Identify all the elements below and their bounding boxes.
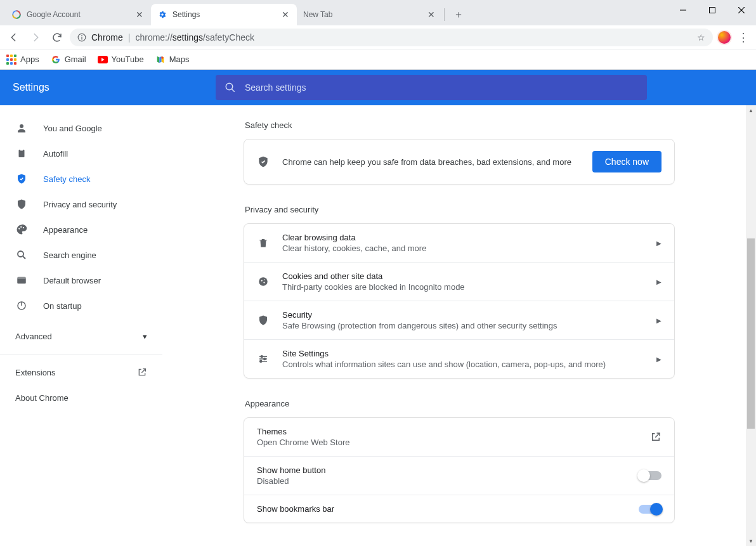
search-icon [15, 249, 28, 261]
palette-icon [15, 223, 28, 236]
new-tab-button[interactable]: ＋ [450, 6, 467, 23]
section-title-appearance: Appearance [245, 399, 675, 408]
scrollbar-thumb[interactable] [747, 238, 755, 429]
row-show-bookmarks-bar[interactable]: Show bookmarks bar [244, 495, 674, 523]
tab-google-account[interactable]: Google Account ✕ [5, 4, 151, 25]
check-now-button[interactable]: Check now [592, 151, 662, 172]
minimize-button[interactable] [668, 0, 698, 20]
url-text: chrome://settings/safetyCheck [135, 32, 254, 42]
tab-title: New Tab [303, 10, 421, 19]
bookmark-label: YouTube [112, 55, 144, 64]
svg-rect-13 [19, 150, 25, 157]
sidebar-label: Autofill [43, 149, 68, 159]
svg-point-25 [261, 280, 263, 281]
close-icon[interactable]: ✕ [134, 10, 145, 20]
trash-icon [257, 237, 270, 249]
back-button[interactable] [5, 29, 23, 46]
row-site-settings[interactable]: Site Settings Controls what information … [244, 339, 674, 378]
person-icon [15, 122, 28, 134]
sidebar-item-default-browser[interactable]: Default browser [0, 268, 162, 293]
row-security[interactable]: Security Safe Browsing (protection from … [244, 301, 674, 339]
settings-content: You and Google Autofill Safety check Pri… [0, 105, 756, 546]
maps-bookmark[interactable]: Maps [155, 55, 190, 65]
reload-button[interactable] [48, 29, 66, 46]
bookmark-star-icon[interactable]: ☆ [697, 32, 705, 42]
gmail-bookmark[interactable]: Gmail [51, 55, 86, 65]
tab-settings[interactable]: Settings ✕ [151, 4, 297, 25]
close-icon[interactable]: ✕ [280, 10, 290, 20]
svg-point-10 [226, 83, 233, 90]
row-title: Cookies and other site data [282, 271, 644, 281]
row-title: Site Settings [282, 349, 644, 358]
svg-point-27 [264, 279, 266, 280]
kebab-menu-icon[interactable]: ⋮ [736, 30, 751, 44]
apps-shortcut[interactable]: Apps [6, 55, 39, 65]
bookmarks-bar-toggle[interactable] [639, 505, 662, 514]
sidebar-extensions-link[interactable]: Extensions [0, 360, 162, 385]
svg-point-17 [23, 227, 24, 228]
settings-header: Settings [0, 70, 756, 105]
row-sub: Safe Browsing (protection from dangerous… [282, 321, 644, 330]
sidebar-advanced-toggle[interactable]: Advanced ▾ [0, 323, 162, 349]
bookmark-label: Gmail [65, 55, 86, 64]
appearance-card: Themes Open Chrome Web Store Show home b… [244, 417, 675, 523]
site-info-icon[interactable] [77, 33, 86, 42]
sidebar-item-you-and-google[interactable]: You and Google [0, 115, 162, 141]
open-external-icon [137, 367, 147, 377]
row-themes[interactable]: Themes Open Chrome Web Store [244, 418, 674, 456]
sidebar-label: Privacy and security [43, 200, 117, 209]
power-icon [15, 299, 28, 312]
search-icon [225, 82, 236, 93]
browser-icon [15, 274, 28, 287]
google-favicon-icon [11, 10, 22, 20]
search-settings-box[interactable] [216, 75, 647, 100]
google-g-icon [51, 55, 61, 65]
sidebar-about-link[interactable]: About Chrome [0, 385, 162, 410]
scroll-down-icon[interactable]: ▼ [746, 536, 756, 546]
svg-line-19 [23, 256, 25, 259]
row-clear-browsing-data[interactable]: Clear browsing data Clear history, cooki… [244, 224, 674, 262]
home-button-toggle[interactable] [639, 471, 662, 480]
profile-avatar[interactable] [717, 30, 732, 45]
scroll-up-icon[interactable]: ▲ [746, 105, 756, 115]
svg-point-12 [20, 124, 23, 128]
sidebar-item-search-engine[interactable]: Search engine [0, 242, 162, 268]
svg-point-9 [161, 56, 163, 59]
sidebar-item-autofill[interactable]: Autofill [0, 141, 162, 166]
settings-main: Safety check Chrome can help keep you sa… [162, 105, 756, 546]
safety-desc: Chrome can help keep you safe from data … [282, 157, 580, 167]
row-cookies[interactable]: Cookies and other site data Third-party … [244, 262, 674, 301]
row-title: Clear browsing data [282, 233, 644, 242]
browser-titlebar: Google Account ✕ Settings ✕ New Tab ✕ ＋ [0, 0, 756, 25]
search-settings-input[interactable] [245, 82, 638, 93]
forward-button[interactable] [27, 29, 44, 46]
close-window-button[interactable] [727, 0, 756, 20]
youtube-bookmark[interactable]: YouTube [98, 55, 144, 65]
sidebar-item-privacy-security[interactable]: Privacy and security [0, 192, 162, 217]
row-show-home-button[interactable]: Show home button Disabled [244, 456, 674, 495]
svg-rect-7 [81, 36, 82, 39]
svg-point-29 [261, 356, 263, 358]
row-sub: Controls what information sites can use … [282, 360, 644, 369]
sidebar-label: Default browser [43, 276, 101, 285]
address-bar[interactable]: Chrome | chrome://settings/safetyCheck ☆ [70, 29, 713, 46]
close-icon[interactable]: ✕ [426, 10, 436, 20]
svg-line-11 [231, 89, 235, 92]
chevron-down-icon: ▾ [143, 332, 147, 341]
row-sub: Disabled [257, 476, 626, 486]
svg-point-26 [263, 282, 264, 283]
content-scrollbar[interactable]: ▲ ▼ [746, 105, 756, 546]
row-title: Show home button [257, 465, 626, 475]
sidebar-label: Search engine [43, 250, 96, 260]
tab-new-tab[interactable]: New Tab ✕ [297, 4, 443, 25]
svg-point-33 [260, 360, 262, 362]
tab-title: Google Account [27, 10, 129, 19]
settings-title: Settings [13, 82, 190, 93]
svg-point-15 [18, 228, 20, 229]
sidebar-item-appearance[interactable]: Appearance [0, 217, 162, 242]
maximize-button[interactable] [698, 0, 727, 20]
tab-title: Settings [173, 10, 275, 19]
chevron-right-icon: ▶ [656, 356, 662, 363]
sidebar-item-safety-check[interactable]: Safety check [0, 166, 162, 192]
sidebar-item-on-startup[interactable]: On startup [0, 293, 162, 318]
